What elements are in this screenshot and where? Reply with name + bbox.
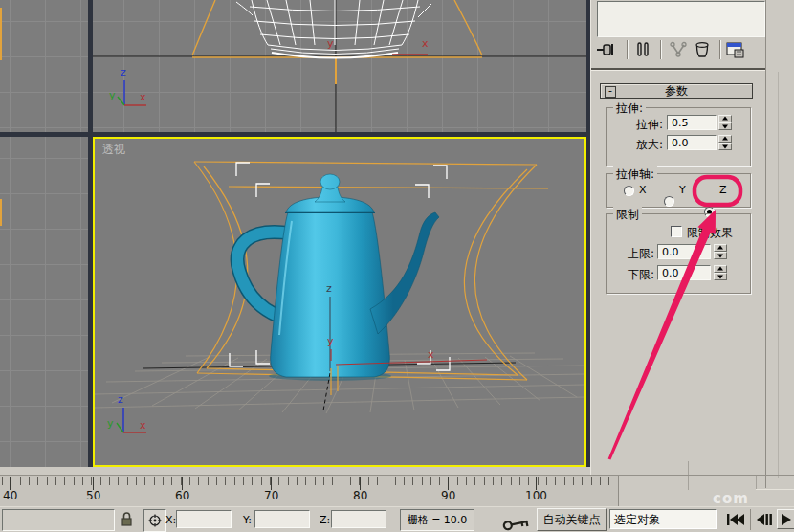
stretch-axis-z-label[interactable]: Z [719, 184, 727, 196]
rollout-collapse-button[interactable]: - [605, 86, 616, 98]
lower-limit-field[interactable]: 0.0 [657, 265, 711, 280]
pin-stack-button[interactable] [595, 40, 618, 59]
previous-frame-button[interactable] [754, 511, 775, 528]
stretch-gizmo-front [192, 0, 482, 84]
gizmo-y-axis-label: y [327, 38, 334, 49]
spinner-down-icon[interactable] [718, 143, 732, 150]
status-prompt-field [2, 509, 115, 531]
object-y-label: y [327, 336, 334, 346]
set-key-button[interactable] [501, 515, 532, 532]
track-bar[interactable]: 40 50 60 70 80 90 100 [0, 476, 618, 507]
viewport-label: 透视 [102, 142, 125, 158]
rollout-column-edge [688, 461, 689, 490]
key-icon [501, 515, 532, 532]
toolbar-separator [627, 40, 628, 59]
lower-limit-spinner[interactable] [714, 265, 727, 280]
spinner-up-icon[interactable] [714, 244, 727, 252]
viewport-top-left-partial[interactable] [0, 0, 88, 132]
selection-filter-dropdown[interactable]: 选定对象 [609, 509, 717, 529]
gizmo-edge-fragment [0, 199, 2, 226]
go-to-start-button[interactable] [724, 511, 747, 528]
lower-limit-label: 下限: [616, 267, 654, 283]
remove-modifier-button[interactable] [691, 40, 714, 59]
modifier-stack-listbox[interactable] [597, 1, 765, 37]
absolute-mode-icon [148, 514, 162, 527]
object-z-label: z [326, 283, 332, 294]
statusbar-top-line [0, 506, 794, 507]
stretch-axis-y-label[interactable]: Y [679, 184, 686, 196]
viewport-bottom-left-partial[interactable] [0, 137, 88, 467]
stretch-axis-x-radio[interactable] [624, 186, 634, 196]
coord-x-label: X: [165, 514, 176, 526]
absolute-mode-toggle[interactable] [143, 509, 166, 532]
panel-edge-line [778, 72, 779, 478]
upper-limit-field[interactable]: 0.0 [657, 244, 711, 259]
previous-frame-icon [757, 514, 772, 525]
amplify-field[interactable]: 0.0 [667, 135, 717, 150]
stretch-axis-y-radio[interactable] [664, 196, 674, 207]
stretch-axis-x-label[interactable]: X [639, 184, 647, 196]
go-to-start-icon [727, 514, 744, 525]
pin-stack-icon [596, 42, 617, 57]
limit-effect-checkbox[interactable] [671, 226, 682, 237]
tripod-x-label: x [140, 420, 146, 431]
toolbar-separator [660, 40, 661, 59]
amplify-spinner[interactable] [718, 135, 732, 150]
grid-size-display: 栅格 = 10.0 [400, 509, 474, 531]
auto-key-button[interactable]: 自动关键点 [537, 508, 607, 531]
play-icon [782, 514, 791, 525]
panel-edge-line [765, 0, 766, 488]
stretch-amount-spinner[interactable] [718, 115, 732, 130]
configure-modifier-sets-icon [726, 42, 745, 58]
coord-x-field[interactable] [176, 510, 232, 528]
panel-corner-line [756, 489, 794, 490]
viewport-perspective[interactable]: 透视 z y x z y x [93, 137, 586, 467]
max-application-window: y x z y x [0, 0, 794, 532]
panel-separator [591, 68, 766, 70]
make-unique-icon [669, 41, 688, 58]
home-grid-axes [93, 0, 586, 132]
tripod-z-label: z [121, 67, 126, 78]
amplify-label: 放大: [617, 137, 663, 153]
teapot-wireframe [236, 0, 431, 58]
limit-effect-label[interactable]: 限制效果 [687, 225, 733, 241]
tripod-y-label: y [109, 90, 116, 100]
upper-limit-spinner[interactable] [714, 244, 727, 259]
selection-lock-toggle[interactable] [121, 511, 133, 527]
spinner-down-icon[interactable] [714, 252, 727, 259]
spinner-up-icon[interactable] [718, 115, 732, 122]
lock-icon [121, 511, 133, 527]
front-viewport-canvas [93, 0, 586, 132]
gizmo-x-axis-label: x [422, 38, 429, 49]
stretch-amount-field[interactable]: 0.5 [667, 115, 717, 130]
play-button[interactable] [777, 509, 794, 529]
watermark: com [713, 490, 749, 507]
show-end-result-icon [634, 41, 651, 58]
minor-ticks [2, 477, 615, 485]
stretch-group-legend: 拉伸: [613, 100, 646, 117]
tick-label: 40 [3, 489, 17, 502]
tick-label: 50 [86, 489, 100, 502]
spinner-up-icon[interactable] [714, 265, 727, 273]
panel-corner-line [756, 476, 757, 489]
coord-y-label: Y: [243, 514, 252, 526]
remove-modifier-icon [695, 41, 710, 58]
spinner-up-icon[interactable] [718, 135, 732, 143]
viewport-front[interactable]: y x z y x [93, 0, 586, 132]
limits-legend: 限制 [613, 207, 642, 223]
selection-filter-value: 选定对象 [614, 513, 660, 526]
teapot-shaded [237, 174, 439, 381]
tick-label: 80 [353, 489, 367, 502]
trackbar-end-divider [618, 476, 619, 507]
object-x-label: x [428, 349, 434, 360]
coord-y-field[interactable] [254, 510, 310, 528]
parameters-rollout-header[interactable]: - 参数 [600, 83, 753, 99]
coord-z-field[interactable] [331, 510, 386, 528]
spinner-down-icon[interactable] [714, 273, 727, 280]
make-unique-button[interactable] [667, 40, 690, 59]
spinner-down-icon[interactable] [718, 122, 732, 130]
configure-modifier-sets-button[interactable] [724, 40, 747, 59]
perspective-viewport-canvas [95, 139, 584, 465]
show-end-result-button[interactable] [631, 40, 654, 59]
rollout-title: 参数 [665, 84, 688, 98]
